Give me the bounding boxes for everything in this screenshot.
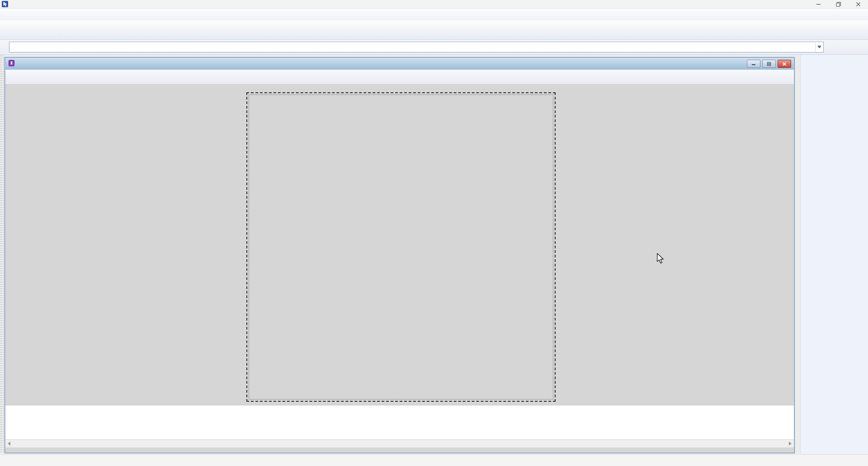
document-icon (8, 60, 15, 68)
document-window (5, 57, 795, 453)
canvas-area (5, 85, 794, 405)
doc-minimize-button[interactable] (747, 60, 760, 68)
scroll-left-icon[interactable] (7, 442, 11, 446)
doc-restore-button[interactable] (762, 60, 776, 68)
pixel-canvas[interactable] (249, 95, 553, 399)
app-window (0, 0, 868, 466)
frame-strip (5, 405, 794, 439)
scroll-right-icon[interactable] (788, 442, 792, 446)
title-bar (0, 0, 868, 8)
frame-scrollbar[interactable] (5, 439, 794, 447)
right-panel (800, 55, 868, 453)
restore-button[interactable] (828, 0, 848, 8)
document-title-bar (5, 58, 794, 70)
status-bar (0, 454, 868, 466)
document-controls (747, 60, 791, 68)
document-toolbar (5, 70, 794, 85)
main-toolbar (0, 20, 868, 40)
close-button[interactable] (848, 0, 868, 8)
doc-close-button[interactable] (778, 60, 791, 68)
menu-bar (0, 8, 868, 20)
recently-used-combobox[interactable] (9, 42, 824, 52)
left-gripper (0, 55, 5, 453)
minimize-button[interactable] (808, 0, 828, 8)
combo-dropdown-icon[interactable] (815, 43, 823, 52)
mouse-cursor (656, 253, 665, 266)
window-controls (808, 0, 868, 8)
recently-used-bar (0, 40, 868, 55)
